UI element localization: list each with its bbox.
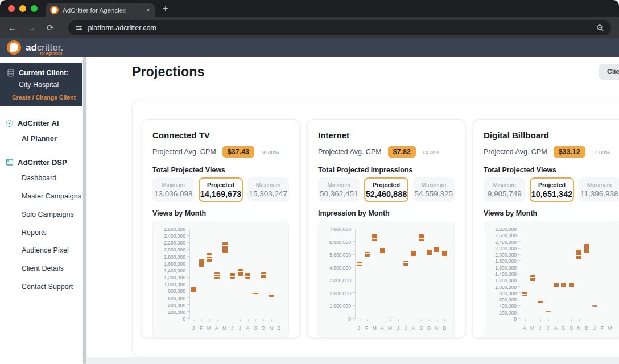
y-axis-labels: 2,600,0002,400,0002,200,0002,000,0001,80… [153,229,185,319]
range-marker [530,275,535,281]
current-client-name: City Hospital [19,81,76,89]
sidebar-item-audience-pixel[interactable]: Audience Pixel [22,245,82,257]
address-bar[interactable]: platform.adcritter.com [68,20,611,35]
sidebar-title-adcritter-ai: AdCritter AI [18,119,59,127]
range-marker [372,234,377,241]
range-marker [230,273,235,279]
plot-area [189,229,283,319]
main-content: Projections Client Connected TV Projecte… [87,57,619,364]
sidebar-item-client-details[interactable]: Client Details [22,263,82,275]
card-title: Internet [318,130,455,140]
projections-panel: Connected TV Projected Avg. CPM $37.43 ±… [132,100,619,357]
card-title: Connected TV [152,130,289,140]
sidebar-item-dashboard[interactable]: Dashboard [22,172,82,185]
card-title: Digital Billboard [484,130,619,140]
search-zoom-icon[interactable] [596,24,604,32]
plot-area [521,229,614,319]
chart-title: Impression by Month [318,209,455,217]
x-axis-labels: JFMAMJJASOND [355,325,448,332]
sidebar-section-dsp: AdCritter DSP Dashboard Master Campaigns… [6,158,82,293]
cpm-label: Projected Avg. CPM [318,148,382,156]
range-marker [546,311,551,312]
chart-title: Views by Month [152,209,289,217]
site-settings-icon[interactable] [75,24,83,32]
tab-title: AdCritter for Agencies - Mast [63,7,134,14]
x-axis-labels: JFMAMJJASOND [189,325,283,332]
sidebar-item-reports[interactable]: Reports [22,227,82,239]
sidebar-item-contact-support[interactable]: Contact Support [22,281,82,293]
range-marker [427,250,432,255]
current-client-label: Current Client: [19,69,69,77]
range-marker [214,272,220,279]
cpm-value-badge: $33.12 [554,146,585,158]
minimize-window-button[interactable] [19,5,26,12]
chart-title: Views by Month [484,209,619,217]
browser-tab-strip: AdCritter for Agencies - Mast × + [0,0,619,17]
range-marker [388,317,393,318]
y-axis-labels: 2,800,0002,600,0002,400,0002,200,0002,00… [484,229,517,319]
page-title: Projections [132,64,204,80]
range-marker [576,250,581,259]
projected-stat-box[interactable]: Projected 52,460,888 [364,177,408,202]
reload-icon[interactable]: ⟳ [47,23,54,32]
impression-by-month-chart: 7,000,0006,000,0005,000,0004,000,0003,00… [318,221,455,338]
create-change-client-link[interactable]: Create / Change Client [7,94,76,101]
browser-toolbar: ← → ⟳ platform.adcritter.com [0,17,619,38]
new-tab-button[interactable]: + [163,3,168,14]
range-marker [538,300,543,302]
sidebar-item-ai-planner[interactable]: AI Planner [22,133,82,146]
x-axis-labels: AMJJASONDJFM [521,325,614,332]
sidebar-item-solo-campaigns[interactable]: Solo Campaigns [22,209,82,221]
sidebar-scrollbar[interactable] [82,57,87,364]
adcritter-wordmark[interactable]: adcritter. for Agencies [26,43,63,52]
adcritter-favicon-icon [50,6,59,14]
sidebar-item-master-campaigns[interactable]: Master Campaigns [22,191,82,203]
client-button[interactable]: Client [599,64,619,80]
maximum-stat-box[interactable]: Maximum 11,396,938 [579,177,619,202]
range-marker [357,262,362,266]
cpm-variance: ±7.00% [592,149,610,155]
cpm-label: Projected Avg. CPM [484,148,547,156]
projected-stat-box[interactable]: Projected 14,169,673 [199,177,242,202]
window-controls [8,5,38,12]
range-marker [261,272,266,278]
header-divider [132,89,619,89]
views-by-month-chart: 2,800,0002,600,0002,400,0002,200,0002,00… [484,221,619,338]
card-internet: Internet Projected Avg. CPM $7.82 ±4.00%… [307,119,465,338]
projected-stat-box[interactable]: Projected 10,651,342 [530,177,573,202]
range-marker [584,244,589,253]
current-client-box: Current Client: City Hospital Create / C… [0,63,82,106]
client-stack-icon [7,69,15,77]
zoom-window-button[interactable] [31,5,38,12]
forward-icon[interactable]: → [27,23,36,32]
maximum-stat-box[interactable]: Maximum 54,559,325 [413,177,455,202]
close-window-button[interactable] [8,5,15,12]
sidebar-title-adcritter-dsp: AdCritter DSP [18,158,67,167]
minimum-stat-box[interactable]: Minimum 50,362,451 [318,177,360,202]
sidebar-section-ai: AdCritter AI AI Planner [6,119,82,146]
minimum-stat-box[interactable]: Minimum 9,905,749 [484,177,525,202]
maximum-stat-box[interactable]: Maximum 15,303,247 [247,177,289,202]
range-marker [592,305,597,307]
browser-tab[interactable]: AdCritter for Agencies - Mast × [46,3,155,17]
plot-area [355,229,448,319]
close-tab-icon[interactable]: × [146,6,150,14]
url-text: platform.adcritter.com [88,24,156,32]
cpm-variance: ±8.00% [261,149,279,155]
cpm-variance: ±4.00% [422,149,440,155]
range-marker [222,242,228,253]
range-marker [411,251,416,256]
total-projected-label: Total Projected Impressions [318,166,455,174]
ai-icon [6,119,14,127]
cpm-label: Projected Avg. CPM [152,148,216,156]
adcritter-logo-icon[interactable] [7,40,21,55]
range-marker [207,253,212,262]
range-marker [191,287,196,292]
cpm-value-badge: $7.82 [388,146,416,158]
range-marker [238,269,243,276]
range-marker [199,259,204,267]
back-icon[interactable]: ← [8,23,16,32]
range-marker [554,283,559,287]
cpm-value-badge: $37.43 [222,146,254,158]
minimum-stat-box[interactable]: Minimum 13,036,098 [152,177,194,202]
